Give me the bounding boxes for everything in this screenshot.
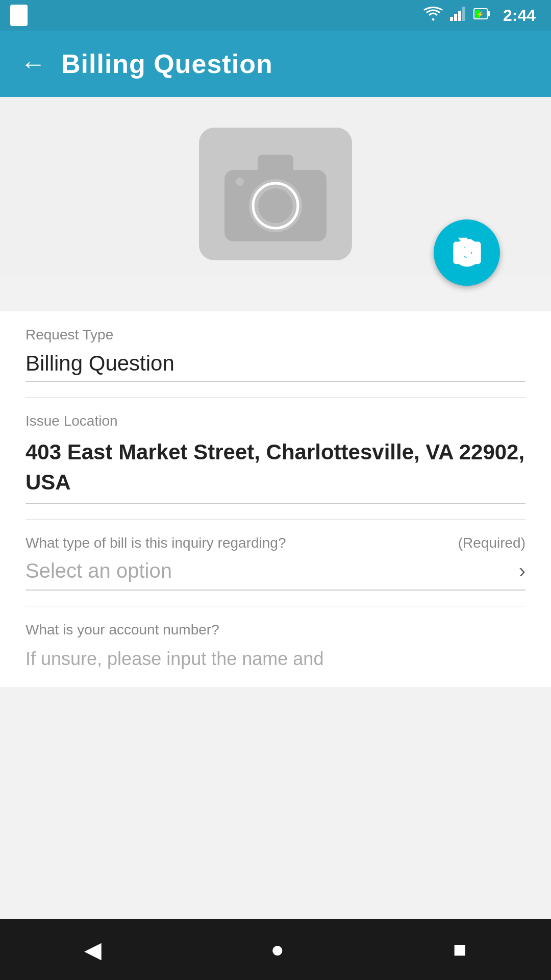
svg-point-11 [258, 188, 293, 223]
signal-icon [450, 7, 466, 24]
account-number-label: What is your account number? [26, 622, 525, 638]
nav-bar: ◀ ● ■ [0, 919, 551, 980]
bill-type-select[interactable]: Select an option › [26, 559, 525, 591]
photo-section [0, 97, 551, 276]
camera-placeholder-icon [219, 147, 332, 241]
bill-type-field: What type of bill is this inquiry regard… [26, 520, 525, 606]
svg-rect-1 [454, 14, 457, 21]
battery-icon: ⚡ [473, 7, 491, 24]
bill-type-required: (Required) [458, 535, 525, 551]
sim-icon [10, 5, 28, 26]
bill-type-label: What type of bill is this inquiry regard… [26, 535, 286, 551]
nav-recent-button[interactable]: ■ [443, 926, 477, 972]
nav-back-button[interactable]: ◀ [74, 926, 112, 973]
request-type-value: Billing Question [26, 351, 525, 382]
main-content: Request Type Billing Question Issue Loca… [0, 97, 551, 919]
nav-home-button[interactable]: ● [260, 926, 294, 972]
nav-back-icon: ◀ [84, 937, 102, 963]
back-button[interactable]: ← [20, 51, 46, 77]
form-section: Request Type Billing Question Issue Loca… [0, 311, 551, 687]
sim-icon-area [10, 0, 28, 31]
app-bar: ← Billing Question [0, 31, 551, 97]
status-time: 2:44 [503, 6, 536, 25]
svg-point-12 [236, 178, 244, 186]
add-photo-button[interactable] [434, 219, 500, 286]
nav-home-icon: ● [270, 937, 284, 962]
svg-rect-2 [458, 11, 461, 21]
request-type-label: Request Type [26, 327, 525, 343]
photo-placeholder [199, 128, 352, 260]
issue-location-value: 403 East Market Street, Charlottesville,… [26, 437, 525, 504]
svg-rect-5 [487, 11, 490, 16]
request-type-field: Request Type Billing Question [26, 311, 525, 398]
chevron-right-icon: › [519, 559, 525, 582]
status-bar: ⚡ 2:44 [0, 0, 551, 31]
camera-fab-icon [450, 236, 484, 270]
status-icons: ⚡ 2:44 [423, 6, 536, 25]
account-number-placeholder: If unsure, please input the name and [26, 646, 525, 672]
svg-rect-0 [450, 17, 453, 21]
issue-location-field: Issue Location 403 East Market Street, C… [26, 398, 525, 520]
page-title: Billing Question [61, 48, 273, 79]
issue-location-label: Issue Location [26, 413, 525, 429]
bill-type-label-row: What type of bill is this inquiry regard… [26, 535, 525, 551]
account-number-field: What is your account number? If unsure, … [26, 606, 525, 687]
wifi-icon [423, 7, 443, 24]
svg-text:⚡: ⚡ [477, 10, 484, 18]
svg-rect-3 [462, 7, 465, 21]
nav-recent-icon: ■ [453, 937, 467, 962]
bill-type-placeholder: Select an option [26, 559, 172, 582]
